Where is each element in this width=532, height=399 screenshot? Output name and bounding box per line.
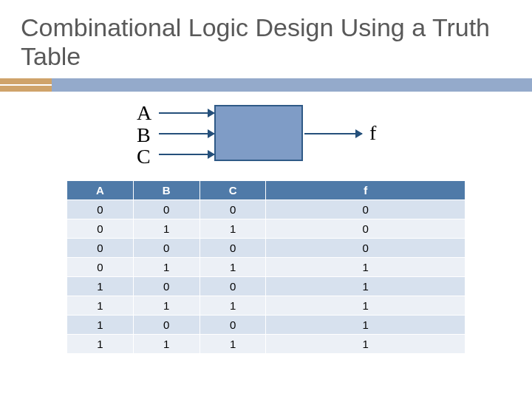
cell-a: 1 [67,277,134,296]
cell-c: 1 [200,219,266,239]
function-block [214,105,303,161]
cell-f: 1 [266,316,466,335]
table-row: 0111 [67,258,466,277]
cell-b: 0 [133,200,200,219]
cell-b: 0 [133,316,200,335]
cell-b: 0 [133,277,200,296]
cell-c: 1 [200,258,266,277]
arrow-icon [304,133,362,134]
table-row: 0110 [67,219,466,239]
arrow-icon [159,154,214,155]
col-header-b: B [133,181,200,200]
title-accent [0,78,532,93]
cell-f: 0 [266,239,466,258]
cell-b: 1 [133,335,200,354]
cell-c: 1 [200,335,266,354]
input-label-b: B [137,124,151,146]
output-label: f [369,121,376,145]
col-header-a: A [67,181,134,200]
cell-b: 0 [133,239,200,258]
cell-a: 1 [67,335,134,354]
table-row: 1001 [67,316,466,335]
table-row: 0000 [67,200,466,219]
accent-bar [0,78,532,92]
cell-f: 0 [266,200,466,219]
cell-a: 0 [67,258,134,277]
table-row: 1111 [67,296,466,316]
cell-a: 0 [67,239,134,258]
cell-c: 0 [200,277,266,296]
cell-b: 1 [133,296,200,316]
table-row: 1001 [67,277,466,296]
cell-c: 0 [200,239,266,258]
cell-c: 0 [200,316,266,335]
truth-table: A B C f 00000110000001111001111110011111 [66,180,466,354]
cell-f: 1 [266,296,466,316]
cell-c: 0 [200,200,266,219]
arrow-icon [159,133,214,134]
col-header-f: f [266,181,466,200]
slide-title: Combinational Logic Design Using a Truth… [0,0,532,75]
cell-f: 0 [266,219,466,239]
table-row: 0000 [67,239,466,258]
table-row: 1111 [67,335,466,354]
input-label-c: C [137,146,151,167]
arrow-icon [159,112,214,114]
cell-b: 1 [133,219,200,239]
col-header-c: C [200,181,266,200]
cell-f: 1 [266,258,466,277]
truth-table-body: 00000110000001111001111110011111 [67,200,466,354]
input-labels: A B C [137,102,151,167]
input-label-a: A [137,102,151,123]
cell-a: 1 [67,296,134,316]
truth-table-header-row: A B C f [67,181,466,200]
accent-left-chip [0,78,52,92]
cell-a: 0 [67,219,134,239]
cell-f: 1 [266,335,466,354]
cell-a: 0 [67,200,134,219]
cell-b: 1 [133,258,200,277]
logic-block-diagram: A B C f [111,100,421,174]
cell-a: 1 [67,316,134,335]
cell-f: 1 [266,277,466,296]
cell-c: 1 [200,296,266,316]
